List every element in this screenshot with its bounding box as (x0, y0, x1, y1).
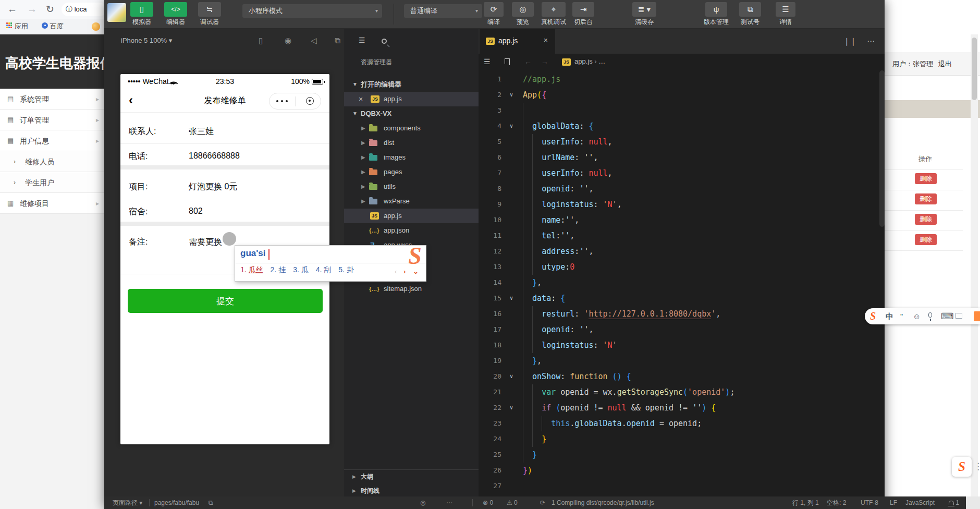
explorer-folder-images[interactable]: ▶images (344, 150, 479, 165)
admin-menu-item-3[interactable]: ›维修人员 (0, 151, 104, 172)
admin-logout-link[interactable]: 退出 (938, 52, 952, 76)
code-line-17[interactable]: 17 openid: '', (479, 322, 885, 337)
folder-expand-arrow[interactable]: ▶ (361, 194, 365, 209)
folder-expand-arrow[interactable]: ▶ (361, 179, 365, 194)
copy-path-icon[interactable]: ⧉ (209, 496, 213, 509)
user-avatar[interactable] (107, 3, 126, 22)
compile-button[interactable]: ⟳ 编译 (484, 2, 504, 27)
folder-expand-arrow[interactable]: ▶ (361, 136, 365, 150)
ime-next-page-icon[interactable]: › (403, 268, 406, 275)
soft-keyboard-icon[interactable]: ⌨ (941, 308, 954, 324)
folder-expand-arrow[interactable]: ▶ (361, 121, 365, 136)
code-line-14[interactable]: 14 }, (479, 275, 885, 290)
code-line-8[interactable]: 8 openid: '', (479, 181, 885, 197)
form-row-0[interactable]: 联系人:张三娃 (120, 119, 329, 144)
error-count[interactable]: ⊗ 0 (483, 496, 493, 509)
ime-prev-page-icon[interactable]: ‹ (395, 268, 397, 275)
code-line-2[interactable]: 2∨App({ (479, 87, 885, 103)
explorer-folder-components[interactable]: ▶components (344, 121, 479, 136)
code-line-16[interactable]: 16 resturl: 'http://127.0.0.1:8080/dqbx'… (479, 306, 885, 322)
form-value[interactable]: 灯泡更换 0元 (189, 181, 237, 192)
statusbar-eye-icon[interactable]: ◎ (420, 496, 425, 509)
nav-back-icon[interactable]: ← (524, 57, 532, 66)
statusbar-more-icon[interactable]: ⋯ (446, 496, 452, 509)
form-row-3[interactable]: 宿舍:802 (120, 199, 329, 224)
ime-candidate-5[interactable]: 5. 卦 (338, 265, 354, 274)
code-line-20[interactable]: 20∨ onShow: function () { (479, 369, 885, 384)
open-editor-app-js[interactable]: ×JSapp.js (344, 92, 479, 106)
tab-close-icon[interactable]: × (544, 36, 548, 44)
explorer-folder-dist[interactable]: ▶dist (344, 136, 479, 150)
browser-scrollbar[interactable] (971, 34, 978, 496)
bookmark-apps[interactable]: 应用 (6, 21, 28, 32)
phone-frame-icon[interactable]: ▯ (259, 29, 263, 52)
delete-button-2[interactable]: 删除 (915, 214, 937, 225)
ime-candidate-3[interactable]: 3. 瓜 (293, 265, 309, 274)
form-value[interactable]: 张三娃 (189, 126, 214, 137)
code-line-1[interactable]: 1//app.js (479, 71, 885, 87)
bookmark-favicon[interactable] (92, 22, 100, 31)
details-button[interactable]: ☰ 详情 (776, 2, 795, 27)
open-editors-header[interactable]: ▼打开的编辑器 (344, 77, 479, 92)
fold-arrow-icon[interactable]: ∨ (507, 87, 516, 103)
clear-cache-button[interactable]: ≣ ▾ 清缓存 (632, 2, 656, 27)
emoji-icon[interactable]: ☺ (913, 308, 921, 324)
fold-arrow-icon[interactable]: ∨ (507, 369, 516, 384)
code-line-12[interactable]: 12 address:'', (479, 244, 885, 259)
explorer-file-sitemap.json[interactable]: {…}sitemap.json (344, 282, 479, 296)
tab-app-js[interactable]: JS app.js × (480, 29, 555, 54)
sogou-mini-widget[interactable]: S (952, 457, 972, 477)
notifications-bell[interactable]: 1 (949, 496, 959, 509)
ime-candidate-1[interactable]: 1. 瓜丝 (240, 265, 263, 274)
debugger-button[interactable]: ≒ 调试器 (198, 2, 221, 27)
device-select[interactable]: iPhone 5 100% ▾ (121, 29, 172, 52)
indentation-setting[interactable]: 空格: 2 (827, 496, 846, 509)
code-line-9[interactable]: 9 loginstatus: 'N', (479, 197, 885, 212)
encoding-setting[interactable]: UTF-8 (861, 496, 878, 509)
close-icon[interactable]: × (359, 92, 363, 106)
preview-button[interactable]: ◎ 预览 (512, 2, 534, 27)
to-background-button[interactable]: ⇥ 切后台 (572, 2, 594, 27)
code-line-21[interactable]: 21 var openid = wx.getStorageSync('openi… (479, 384, 885, 400)
delete-button-0[interactable]: 删除 (915, 173, 937, 184)
simulator-button[interactable]: ▯ 模拟器 (130, 2, 153, 27)
code-line-15[interactable]: 15∨ data: { (479, 290, 885, 306)
language-mode[interactable]: JavaScript (905, 496, 935, 509)
code-line-5[interactable]: 5 userInfo: null, (479, 134, 885, 150)
outline-section[interactable]: ▶大纲 (344, 470, 479, 484)
search-icon[interactable] (382, 37, 387, 45)
nav-forward-icon[interactable]: → (541, 57, 548, 66)
sogou-clipped-icon[interactable] (974, 311, 980, 321)
code-line-24[interactable]: 24 } (479, 431, 885, 447)
code-line-13[interactable]: 13 utype:0 (479, 259, 885, 275)
outline-list-icon[interactable]: ☰ (484, 57, 491, 66)
toolbox-icon[interactable] (956, 313, 962, 319)
code-line-4[interactable]: 4∨ globalData: { (479, 118, 885, 134)
close-target-button[interactable] (306, 97, 314, 105)
sogou-mini-menu-icon[interactable]: ⋮ (974, 461, 980, 472)
code-line-27[interactable]: 27 (479, 478, 885, 494)
page-path-dropdown[interactable]: 页面路径 ▾ (113, 496, 142, 509)
admin-menu-item-0[interactable]: ▤系统管理▸ (0, 89, 104, 110)
ime-candidate-4[interactable]: 4. 刮 (316, 265, 332, 274)
form-row-2[interactable]: 项目:灯泡更换 0元 (120, 174, 329, 199)
form-value[interactable]: 18866668888 (189, 151, 240, 161)
multi-window-icon[interactable]: ⧉ (335, 29, 340, 52)
submit-button[interactable]: 提交 (128, 289, 323, 313)
ime-lang-mode-icon[interactable]: 中 (886, 308, 893, 324)
ime-candidate-2[interactable]: 2. 挂 (271, 265, 286, 274)
bookmark-baidu[interactable]: 百度 (42, 21, 64, 32)
form-value[interactable]: 802 (189, 207, 203, 216)
admin-menu-item-2[interactable]: ▤用户信息▸ (0, 130, 104, 151)
delete-button-3[interactable]: 删除 (915, 234, 937, 245)
fold-arrow-icon[interactable]: ∨ (507, 290, 516, 306)
explorer-file-app.js[interactable]: JSapp.js (344, 209, 479, 223)
code-line-6[interactable]: 6 urlName: '', (479, 150, 885, 165)
form-value[interactable]: 需要更换 (189, 237, 222, 248)
code-line-23[interactable]: 23 this.globalData.openid = openid; (479, 416, 885, 431)
code-area[interactable]: 1//app.js2∨App({34∨ globalData: {5 userI… (479, 70, 885, 496)
editor-more-icon[interactable]: ⋯ (867, 37, 875, 46)
sogou-logo-icon[interactable]: S (870, 308, 876, 324)
folder-expand-arrow[interactable]: ▶ (361, 150, 365, 165)
compile-mode-select[interactable]: 普通编译 ▾ (404, 4, 482, 18)
